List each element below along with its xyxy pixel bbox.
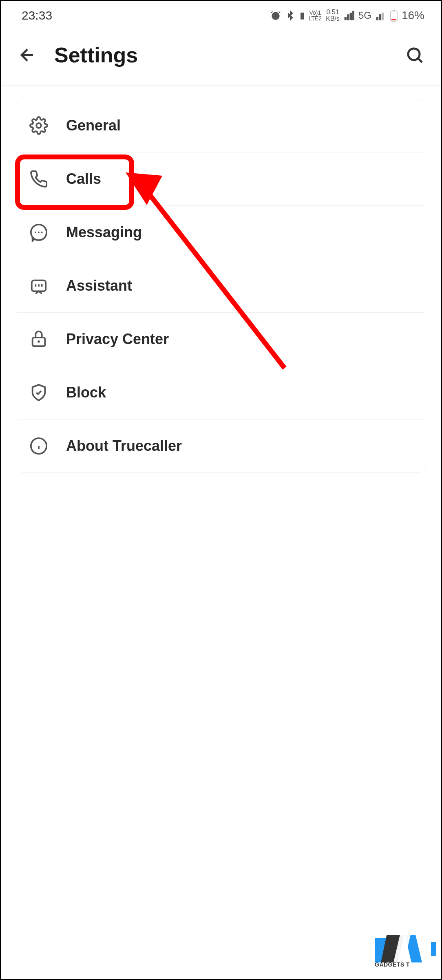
signal2-icon	[376, 10, 386, 21]
setting-label: Calls	[66, 170, 101, 188]
back-button[interactable]	[18, 45, 37, 65]
settings-list: General Calls Messaging Assistant Privac…	[17, 99, 425, 473]
network-speed: 0.51 KB/s	[326, 9, 340, 22]
setting-label: Messaging	[66, 224, 142, 241]
search-button[interactable]	[405, 45, 424, 65]
svg-text:GADGETS T: GADGETS T	[375, 961, 410, 967]
page-title: Settings	[54, 43, 405, 67]
bluetooth-icon	[285, 10, 296, 21]
lock-icon	[29, 330, 48, 349]
setting-item-about[interactable]: About Truecaller	[17, 419, 425, 472]
watermark-accent	[431, 942, 436, 956]
setting-item-general[interactable]: General	[17, 99, 425, 152]
info-icon	[29, 437, 48, 455]
gear-icon	[29, 116, 48, 135]
svg-rect-2	[393, 10, 395, 11]
watermark-logo: GADGETS T	[375, 930, 424, 967]
setting-label: Privacy Center	[66, 331, 169, 348]
setting-item-calls[interactable]: Calls	[17, 152, 425, 206]
status-icons: ▮ Vo)1 LTE2 0.51 KB/s 5G 16%	[270, 9, 424, 22]
setting-item-messaging[interactable]: Messaging	[17, 206, 425, 259]
app-header: Settings	[1, 30, 441, 86]
network-type: 5G	[358, 10, 371, 21]
alarm-icon	[270, 10, 281, 21]
setting-label: Block	[66, 384, 106, 401]
battery-icon	[390, 9, 398, 22]
setting-item-privacy[interactable]: Privacy Center	[17, 313, 425, 366]
bluetooth-battery-icon: ▮	[300, 10, 305, 21]
watermark: GADGETS T	[375, 930, 436, 967]
chat-icon	[29, 223, 48, 242]
phone-icon	[29, 170, 48, 188]
status-time: 23:33	[22, 9, 52, 22]
svg-point-4	[408, 49, 420, 60]
svg-point-7	[35, 232, 36, 233]
svg-point-9	[41, 232, 43, 233]
svg-point-12	[38, 340, 40, 343]
svg-rect-3	[391, 19, 396, 20]
setting-label: Assistant	[66, 277, 132, 294]
shield-icon	[29, 383, 48, 402]
lte-indicator: Vo)1 LTE2	[309, 10, 322, 21]
setting-item-block[interactable]: Block	[17, 366, 425, 419]
setting-item-assistant[interactable]: Assistant	[17, 259, 425, 313]
setting-label: General	[66, 117, 121, 134]
battery-percent: 16%	[402, 9, 424, 22]
signal-icon	[344, 10, 354, 21]
svg-point-5	[36, 123, 41, 128]
status-bar: 23:33 ▮ Vo)1 LTE2 0.51 KB/s 5G 16%	[1, 1, 441, 30]
assistant-icon	[29, 276, 48, 295]
svg-point-8	[38, 232, 40, 233]
setting-label: About Truecaller	[66, 437, 182, 455]
